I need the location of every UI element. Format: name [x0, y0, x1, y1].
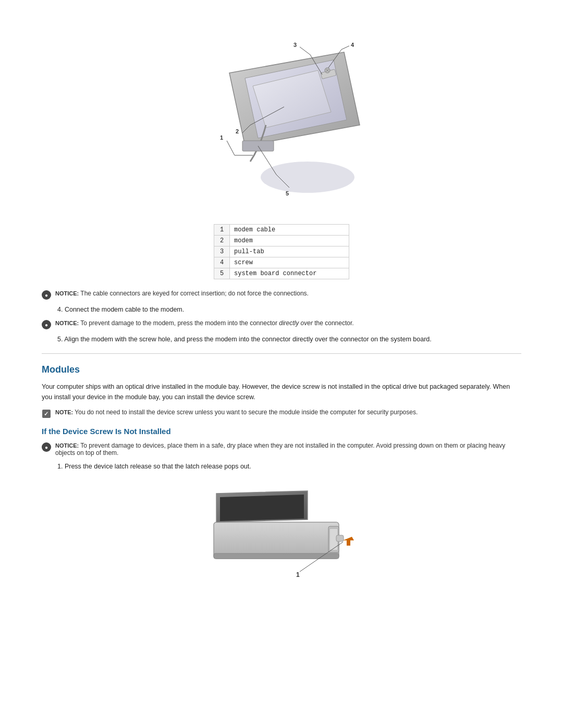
modem-diagram-svg: 1 2 3 4 5	[198, 21, 365, 208]
svg-text:3: 3	[293, 42, 297, 48]
svg-text:1: 1	[220, 134, 223, 141]
row-num: 4	[214, 257, 230, 268]
subsection-heading-screw: If the Device Screw Is Not Installed	[42, 427, 521, 436]
notice-text-2: NOTICE: To prevent damage to the modem, …	[55, 319, 354, 327]
top-diagram-area: 1 2 3 4 5	[42, 21, 521, 208]
notice-block-2: ● NOTICE: To prevent damage to the modem…	[42, 319, 521, 329]
modules-body-text: Your computer ships with an optical driv…	[42, 381, 521, 402]
svg-marker-33	[343, 537, 354, 546]
row-label: screw	[230, 257, 349, 268]
svg-line-10	[227, 141, 235, 155]
table-row: 2 modem	[214, 236, 349, 246]
svg-line-16	[300, 47, 310, 55]
notice-icon-2: ●	[42, 320, 51, 329]
svg-point-0	[261, 162, 354, 193]
note-block-1: ✓ NOTE: You do not need to install the d…	[42, 409, 521, 418]
step-1-screw: 1. Press the device latch release so tha…	[57, 463, 521, 470]
row-label: modem cable	[230, 225, 349, 236]
row-label: modem	[230, 236, 349, 246]
section-heading-modules: Modules	[42, 364, 521, 375]
row-label: system board connector	[230, 268, 349, 279]
notice-block-1: ● NOTICE: The cable connectors are keyed…	[42, 290, 521, 300]
bottom-diagram-area: 1	[42, 480, 521, 595]
row-num: 2	[214, 236, 230, 246]
note-text-1: NOTE: You do not need to install the dev…	[55, 409, 418, 416]
svg-line-19	[341, 46, 349, 50]
notice-block-3: ● NOTICE: To prevent damage to devices, …	[42, 442, 521, 456]
section-divider	[42, 353, 521, 354]
row-num: 3	[214, 246, 230, 257]
svg-text:5: 5	[286, 190, 289, 196]
svg-text:2: 2	[236, 128, 239, 134]
step-4: 4. Connect the modem cable to the modem.	[57, 306, 521, 313]
row-num: 1	[214, 225, 230, 236]
laptop-side-diagram-svg: 1	[203, 480, 360, 585]
svg-marker-29	[220, 495, 304, 521]
row-label: pull-tab	[230, 246, 349, 257]
notice-icon-1: ●	[42, 290, 51, 300]
row-num: 5	[214, 268, 230, 279]
svg-rect-32	[336, 535, 344, 541]
component-label-table: 1 modem cable 2 modem 3 pull-tab 4 screw…	[214, 224, 349, 279]
table-row: 1 modem cable	[214, 225, 349, 236]
svg-text:1: 1	[296, 571, 300, 578]
svg-text:✓: ✓	[44, 411, 48, 417]
table-row: 4 screw	[214, 257, 349, 268]
notice-text-1: NOTICE: The cable connectors are keyed f…	[55, 290, 309, 297]
notice-icon-3: ●	[42, 442, 51, 452]
note-icon: ✓	[42, 409, 51, 418]
table-row: 3 pull-tab	[214, 246, 349, 257]
svg-text:4: 4	[351, 42, 354, 48]
step-5: 5. Align the modem with the screw hole, …	[57, 336, 521, 343]
notice-text-3: NOTICE: To prevent damage to devices, pl…	[55, 442, 521, 456]
table-row: 5 system board connector	[214, 268, 349, 279]
